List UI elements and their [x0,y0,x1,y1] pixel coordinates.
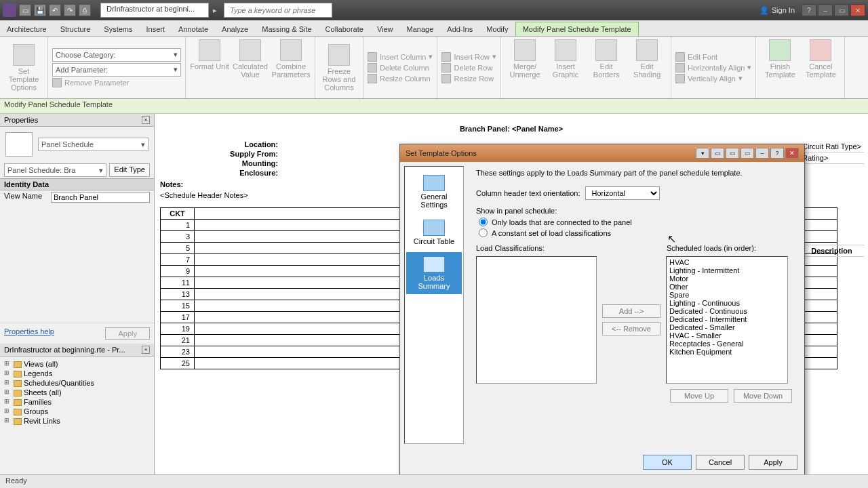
insert-graphic-button[interactable]: Insert Graphic [546,39,585,96]
tab-view[interactable]: View [370,22,400,36]
dialog-nav-item[interactable]: Circuit Table [406,216,462,249]
edit-borders-button[interactable]: Edit Borders [587,39,626,96]
close-browser-icon[interactable]: × [142,346,150,354]
app-icon[interactable] [3,3,16,17]
tab-architecture[interactable]: Architecture [0,22,54,36]
dialog-titlebar[interactable]: Set Template Options ▾ ▭ ▭ ▭ – ? ✕ [400,144,804,162]
edit-shading-button[interactable]: Edit Shading [627,39,667,96]
close-icon[interactable]: ✕ [850,4,865,16]
instance-combo[interactable]: Panel Schedule: Bra▾ [4,163,106,177]
vertical-align-button[interactable]: Vertically Align▾ [675,74,751,83]
remove-parameter-button[interactable]: Remove Parameter [52,78,181,87]
tree-item[interactable]: Groups [3,407,151,416]
tree-item[interactable]: Views (all) [3,359,151,369]
list-item[interactable]: Dedicated - Continuous [668,307,786,315]
help-icon[interactable]: ? [802,4,816,16]
tab-systems[interactable]: Systems [97,22,139,36]
move-down-button[interactable]: Move Down [734,389,792,403]
tab-collaborate[interactable]: Collaborate [319,22,370,36]
orientation-select[interactable]: Horizontal [585,186,660,200]
save-icon[interactable]: 💾 [34,4,46,16]
scheduled-loads-label: Scheduled loads (in order): [667,244,756,252]
view-name-input[interactable] [51,192,150,203]
load-classifications-listbox[interactable] [476,256,597,384]
minimize-icon[interactable]: – [818,4,833,16]
list-item[interactable]: Dedicated - Smaller [668,323,786,331]
cancel-template-button[interactable]: Cancel Template [801,39,840,96]
open-icon[interactable]: ▭ [19,4,31,16]
tab-modify[interactable]: Modify [479,22,515,36]
dialog-btn2[interactable]: ▭ [711,148,724,159]
dialog-help-icon[interactable]: ? [770,148,784,159]
insert-row-button[interactable]: Insert Row▾ [441,52,496,62]
delete-row-button[interactable]: Delete Row [441,63,496,73]
merge-unmerge-button[interactable]: Merge/ Unmerge [505,39,545,96]
finish-template-button[interactable]: Finish Template [760,39,800,96]
undo-icon[interactable]: ↶ [49,4,61,16]
ok-button[interactable]: OK [643,455,692,470]
tree-item[interactable]: Families [3,397,151,407]
apply-button[interactable]: Apply [749,455,797,470]
dialog-btn1[interactable]: ▾ [696,148,709,159]
dialog-nav-item[interactable]: General Settings [406,171,462,213]
dialog-min-icon[interactable]: – [755,148,769,159]
resize-column-button[interactable]: Resize Column [368,74,433,83]
tab-insert[interactable]: Insert [140,22,172,36]
tab-manage[interactable]: Manage [400,22,441,36]
add-parameter-combo[interactable]: Add Parameter:▾ [52,63,181,77]
delete-column-button[interactable]: Delete Column [368,63,433,73]
tab-add-ins[interactable]: Add-Ins [440,22,479,36]
tree-item[interactable]: Legends [3,369,151,378]
type-selector-combo[interactable]: Panel Schedule▾ [38,138,149,151]
tab-structure[interactable]: Structure [54,22,98,36]
tab-massing-site[interactable]: Massing & Site [255,22,318,36]
search-input[interactable] [224,3,332,18]
radio-connected-loads[interactable] [479,218,488,226]
tab-annotate[interactable]: Annotate [172,22,215,36]
calculated-value-button[interactable]: Calculated Value [231,39,270,96]
radio-constant-set[interactable] [479,228,488,237]
list-item[interactable]: HVAC [668,258,786,266]
redo-icon[interactable]: ↷ [64,4,76,16]
apply-properties-button[interactable]: Apply [105,327,150,340]
tab-analyze[interactable]: Analyze [215,22,255,36]
add-button[interactable]: Add --> [602,304,660,318]
horizontal-align-button[interactable]: Horizontally Align▾ [675,63,751,73]
list-item[interactable]: Lighting - Continuous [668,299,786,307]
combine-parameters-button[interactable]: Combine Parameters [271,39,311,96]
list-item[interactable]: Kitchen Equipment [668,348,786,356]
format-unit-button[interactable]: Format Unit [190,39,229,96]
tab-modify-panel-schedule-template[interactable]: Modify Panel Schedule Template [515,22,639,36]
dialog-nav-item[interactable]: Loads Summary [406,252,462,294]
insert-column-button[interactable]: Insert Column▾ [368,52,433,62]
list-item[interactable]: Other [668,283,786,291]
tree-item[interactable]: Schedules/Quantities [3,378,151,388]
edit-font-button[interactable]: Edit Font [675,52,751,62]
list-item[interactable]: Lighting - Intermittent [668,266,786,274]
close-panel-icon[interactable]: × [142,116,150,124]
sign-in-link[interactable]: 👤 Sign In [760,4,795,16]
list-item[interactable]: Receptacles - General [668,340,786,348]
move-up-button[interactable]: Move Up [670,389,728,403]
tree-item[interactable]: Sheets (all) [3,388,151,397]
list-item[interactable]: Motor [668,274,786,283]
properties-help-link[interactable]: Properties help [4,327,54,340]
print-icon[interactable]: ⎙ [79,4,91,16]
dialog-close-icon[interactable]: ✕ [785,148,799,159]
set-template-options-button[interactable]: Set Template Options [4,44,43,92]
resize-row-button[interactable]: Resize Row [441,74,496,83]
tree-item[interactable]: Revit Links [3,416,151,426]
dialog-btn3[interactable]: ▭ [726,148,739,159]
dialog-btn4[interactable]: ▭ [741,148,754,159]
maximize-icon[interactable]: ▭ [834,4,849,16]
list-item[interactable]: Spare [668,291,786,299]
scheduled-loads-listbox[interactable]: HVACLighting - IntermittentMotorOtherSpa… [666,256,788,384]
choose-category-combo[interactable]: Choose Category:▾ [52,48,181,62]
remove-button[interactable]: <-- Remove [602,322,660,336]
freeze-rows-columns-button[interactable]: Freeze Rows and Columns [319,44,359,92]
cancel-button[interactable]: Cancel [696,455,745,470]
edit-type-button[interactable]: Edit Type [109,163,150,177]
project-browser[interactable]: Views (all)LegendsSchedules/QuantitiesSh… [0,357,154,475]
list-item[interactable]: Dedicated - Intermittent [668,315,786,323]
list-item[interactable]: HVAC - Smaller [668,331,786,340]
